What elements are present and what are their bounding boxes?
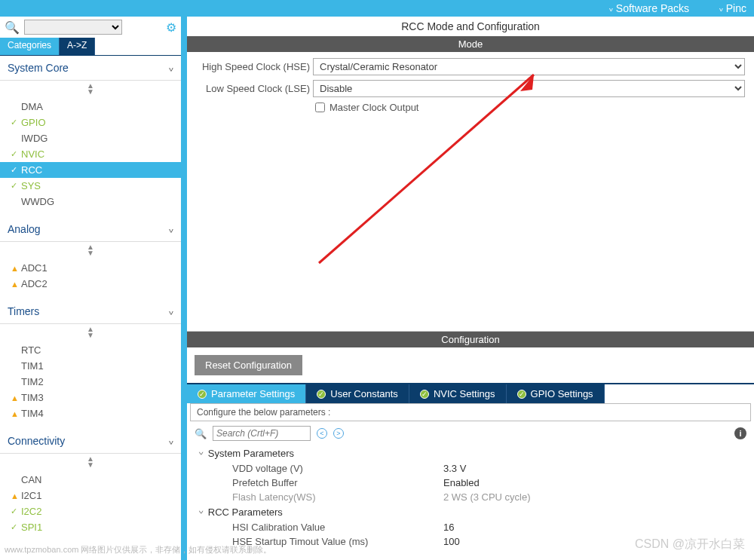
sidebar-item-spi1[interactable]: ✓SPI1 (0, 519, 181, 535)
warning-icon: ▲ (11, 393, 19, 402)
search-select[interactable] (24, 20, 122, 35)
sidebar-item-tim1[interactable]: TIM1 (0, 358, 181, 374)
row-mco: Master Clock Output (196, 102, 745, 113)
sidebar-item-gpio[interactable]: ✓GPIO (0, 115, 181, 130)
config-panel: Configuration Reset Configuration ✓Param… (187, 331, 754, 556)
left-panel: 🔍 ⚙ Categories A->Z System Core^▲▼DMA✓GP… (0, 17, 187, 560)
mco-checkbox[interactable] (315, 103, 325, 112)
sidebar-item-label: NVIC (21, 148, 44, 160)
reset-configuration-button[interactable]: Reset Configuration (195, 355, 302, 375)
param-search-input[interactable] (213, 426, 311, 441)
sidebar-item-i2c2[interactable]: ✓I2C2 (0, 503, 181, 519)
category-scroll[interactable]: System Core^▲▼DMA✓GPIOIWDG✓NVIC✓RCC✓SYSW… (0, 56, 181, 560)
category-header[interactable]: Analog^ (0, 217, 181, 242)
param-row[interactable]: VDD voltage (V)3.3 V (195, 461, 746, 476)
category-items: RTCTIM1TIM2▲TIM3▲TIM4 (0, 341, 181, 429)
sidebar-item-label: WWDG (21, 196, 54, 207)
param-value: 16 (443, 522, 454, 533)
category-items: DMA✓GPIOIWDG✓NVIC✓RCC✓SYSWWDG (0, 97, 181, 217)
topbar-software-packs[interactable]: ^Software Packs (609, 2, 689, 14)
warning-icon: ▲ (11, 280, 19, 289)
sidebar-item-i2c1[interactable]: ▲I2C1 (0, 488, 181, 503)
chevron-down-icon: ^ (609, 4, 613, 12)
sidebar-item-adc2[interactable]: ▲ADC2 (0, 276, 181, 292)
main-layout: 🔍 ⚙ Categories A->Z System Core^▲▼DMA✓GP… (0, 17, 754, 560)
tab-categories[interactable]: Categories (0, 38, 60, 55)
param-row[interactable]: Flash Latency(WS)2 WS (3 CPU cycle) (195, 490, 746, 504)
check-icon: ✓ (11, 118, 17, 127)
param-value: 3.3 V (443, 463, 466, 474)
subtab-gpio-settings[interactable]: ✓GPIO Settings (507, 384, 605, 403)
sidebar-item-label: TIM2 (21, 376, 44, 387)
sort-icon[interactable]: ▲▼ (0, 242, 181, 259)
search-icon[interactable]: 🔍 (195, 428, 207, 439)
warning-icon: ▲ (11, 491, 19, 500)
tab-az[interactable]: A->Z (60, 38, 95, 55)
mode-form: High Speed Clock (HSE) Crystal/Ceramic R… (187, 52, 754, 331)
subtab-parameter-settings[interactable]: ✓Parameter Settings (187, 384, 306, 403)
category-header[interactable]: Connectivity^ (0, 429, 181, 454)
sidebar-item-rcc[interactable]: ✓RCC (0, 162, 181, 178)
sidebar-item-label: I2C2 (21, 506, 41, 517)
category-header[interactable]: Timers^ (0, 299, 181, 324)
next-icon[interactable]: > (333, 428, 344, 439)
gear-icon[interactable]: ⚙ (166, 20, 176, 35)
sidebar-item-label: GPIO (21, 117, 46, 128)
warning-icon: ▲ (11, 264, 19, 273)
sidebar-item-dma[interactable]: DMA (0, 99, 181, 115)
check-icon: ✓ (11, 149, 17, 159)
sidebar-item-nvic[interactable]: ✓NVIC (0, 146, 181, 162)
param-value: Enabled (443, 477, 480, 488)
sidebar-item-label: TIM4 (21, 408, 44, 419)
warning-icon: ▲ (11, 409, 19, 418)
sidebar-item-tim2[interactable]: TIM2 (0, 374, 181, 390)
sidebar-item-label: TIM3 (21, 392, 44, 403)
sort-icon[interactable]: ▲▼ (0, 454, 181, 470)
config-hint: Configure the below parameters : (190, 403, 751, 421)
hse-select[interactable]: Crystal/Ceramic Resonator (313, 58, 745, 75)
mode-bar: Mode (187, 36, 754, 52)
reset-row: Reset Configuration (187, 347, 754, 383)
info-icon[interactable]: i (734, 427, 746, 439)
param-group[interactable]: >RCC Parameters (195, 504, 746, 520)
check-icon: ✓ (11, 181, 17, 191)
sidebar-item-tim3[interactable]: ▲TIM3 (0, 390, 181, 405)
sidebar-item-label: IWDG (21, 133, 48, 144)
search-icon[interactable]: 🔍 (5, 20, 20, 35)
lse-select[interactable]: Disable (313, 80, 745, 97)
sidebar-item-label: RCC (21, 164, 42, 176)
prev-icon[interactable]: < (317, 428, 327, 439)
chevron-icon: ^ (169, 63, 173, 73)
subtab-user-constants[interactable]: ✓User Constants (306, 384, 409, 403)
param-search-row: 🔍 < > i (187, 421, 754, 445)
right-panel: RCC Mode and Configuration Mode High Spe… (187, 17, 754, 560)
sidebar-item-sys[interactable]: ✓SYS (0, 178, 181, 194)
topbar-pinout[interactable]: ^Pinc (719, 2, 746, 14)
sidebar-item-iwdg[interactable]: IWDG (0, 130, 181, 146)
sidebar-item-can[interactable]: CAN (0, 472, 181, 488)
param-row[interactable]: Prefetch BufferEnabled (195, 476, 746, 490)
page-title: RCC Mode and Configuration (187, 17, 754, 36)
sort-icon[interactable]: ▲▼ (0, 324, 181, 341)
category-header[interactable]: System Core^ (0, 56, 181, 81)
check-icon: ✓ (198, 390, 207, 399)
check-icon: ✓ (420, 390, 429, 399)
sidebar-item-wwdg[interactable]: WWDG (0, 194, 181, 210)
sidebar-item-label: TIM1 (21, 360, 44, 372)
subtab-nvic-settings[interactable]: ✓NVIC Settings (409, 384, 507, 403)
chevron-down-icon: > (197, 451, 205, 454)
sidebar-item-label: SYS (21, 180, 41, 191)
sidebar-item-tim4[interactable]: ▲TIM4 (0, 405, 181, 421)
top-bar: ^Software Packs ^Pinc (0, 0, 754, 17)
config-bar: Configuration (187, 332, 754, 347)
mco-label: Master Clock Output (329, 102, 419, 113)
sidebar-item-rtc[interactable]: RTC (0, 342, 181, 358)
sidebar-item-label: ADC2 (21, 278, 48, 289)
sort-icon[interactable]: ▲▼ (0, 81, 181, 97)
check-icon: ✓ (11, 165, 17, 175)
sidebar-item-adc1[interactable]: ▲ADC1 (0, 260, 181, 276)
param-group[interactable]: >System Parameters (195, 445, 746, 461)
param-label: Flash Latency(WS) (232, 491, 443, 503)
chevron-icon: ^ (169, 436, 173, 446)
param-row[interactable]: HSI Calibration Value16 (195, 520, 746, 534)
